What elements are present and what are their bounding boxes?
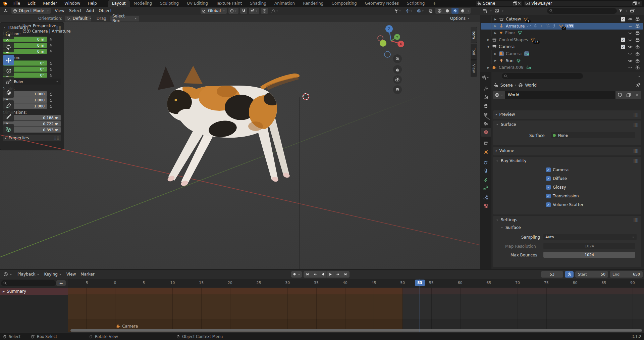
editor-type-3d-icon[interactable] (2, 8, 9, 14)
eye-open-icon[interactable] (628, 44, 633, 49)
menu-file[interactable]: File (10, 1, 24, 6)
eye-open-icon[interactable] (628, 58, 633, 63)
outliner-item-name[interactable]: Floor (505, 31, 515, 35)
workspace-tab-geometry-nodes[interactable]: Geometry Nodes (361, 0, 403, 7)
outliner-row-floor[interactable]: ▶Floor (480, 30, 644, 36)
timeline-menu-marker[interactable]: Marker (78, 272, 97, 277)
timeline-plot-area[interactable]: Camera (68, 288, 644, 333)
mode-dropdown[interactable]: Object Mode (11, 8, 51, 14)
editor-type-timeline-icon[interactable] (2, 271, 9, 277)
tool-select-box-button[interactable] (3, 29, 14, 39)
timeline-scrollbar[interactable] (70, 329, 642, 332)
unlink-datablock-icon[interactable] (633, 91, 641, 99)
tool-transform-button[interactable] (3, 87, 14, 98)
sidebar-tab-item[interactable]: Item (471, 27, 477, 43)
properties-tab-world[interactable] (481, 128, 491, 137)
preview-range-toggle[interactable] (565, 271, 574, 278)
checkbox-icon[interactable]: ✓ (546, 202, 551, 207)
outliner-item-name[interactable]: Camera (499, 44, 515, 49)
collection-checkbox[interactable]: ✓ (621, 38, 625, 42)
pivot-point-dropdown[interactable] (228, 8, 238, 14)
eye-closed-icon[interactable] (628, 38, 633, 42)
previous-keyframe-button[interactable] (311, 271, 319, 278)
surface-panel[interactable]: Surface⣿⣿ Surface None (493, 120, 641, 145)
properties-tab-constraints[interactable] (480, 167, 491, 176)
ray-visibility-glossy[interactable]: ✓Glossy (546, 185, 566, 190)
jump-to-start-button[interactable] (304, 271, 311, 278)
properties-tab-data[interactable] (480, 176, 491, 184)
timeline-ruler[interactable]: -5051015202530354045505560657075808590 (68, 279, 644, 288)
disable-in-renders-icon[interactable] (635, 17, 640, 21)
tool-cursor-button[interactable] (3, 42, 14, 52)
snap-target-dropdown[interactable] (249, 8, 259, 14)
copy-datablock-icon[interactable] (624, 91, 633, 99)
eye-closed-icon[interactable] (628, 31, 633, 35)
ray-visibility-panel[interactable]: Ray Visibility⣿⣿ ✓Camera✓Diffuse✓Glossy✓… (493, 157, 641, 214)
properties-tab-render[interactable] (480, 93, 491, 102)
timeline-menu-view[interactable]: View (64, 272, 78, 277)
viewport-menu-view[interactable]: View (53, 8, 67, 13)
collection-checkbox[interactable]: ✓ (621, 17, 625, 21)
outliner-item-name[interactable]: ControlShapes (499, 38, 528, 42)
sampling-dropdown[interactable]: Auto (543, 234, 637, 240)
new-collection-icon[interactable] (629, 8, 636, 14)
map-resolution-field[interactable]: 1024 (543, 243, 635, 249)
scene-selector[interactable]: Scene (476, 1, 522, 6)
viewlayer-selector[interactable]: ViewLayer (524, 1, 642, 6)
properties-tab-object[interactable] (480, 147, 491, 156)
pan-button[interactable] (393, 65, 402, 74)
outliner-row-camera[interactable]: ▼Camera✓ (480, 43, 644, 50)
outliner-item-name[interactable]: Armature (506, 24, 525, 29)
proportional-edit-toggle[interactable] (261, 8, 268, 14)
surface-value-field[interactable]: None (551, 132, 635, 138)
show-gizmo-dropdown[interactable] (393, 8, 403, 14)
settings-panel[interactable]: Settings⣿⣿ Surface Sampling Auto Map Res… (493, 216, 641, 267)
disable-in-renders-icon[interactable] (635, 31, 640, 35)
remove-viewlayer-icon[interactable] (637, 1, 641, 5)
properties-filter-dropdown[interactable] (636, 73, 642, 79)
properties-tab-physics[interactable] (480, 158, 491, 167)
play-reverse-button[interactable] (319, 271, 326, 278)
disable-in-renders-icon[interactable] (635, 58, 640, 63)
expand-channels-button[interactable]: ↔ (56, 280, 66, 286)
workspace-tab-compositing[interactable]: Compositing (327, 0, 361, 7)
workspace-tab-texture-paint[interactable]: Texture Paint (212, 0, 246, 7)
options-dropdown[interactable]: Options (450, 16, 470, 21)
pin-icon[interactable] (636, 82, 641, 87)
sidebar-tab-view[interactable]: View (471, 60, 477, 77)
outliner-row-camera-008[interactable]: ▶Camera.008 (480, 64, 644, 71)
auto-keying-toggle[interactable] (291, 271, 302, 278)
outliner-row-catnew[interactable]: ▶Catnew7✓ (480, 16, 644, 22)
expand-arrow[interactable]: ▶ (494, 32, 498, 35)
outliner-item-name[interactable]: Sun (506, 58, 514, 63)
expand-arrow[interactable]: ▶ (487, 38, 491, 41)
ray-visibility-diffuse[interactable]: ✓Diffuse (546, 176, 567, 181)
zoom-button[interactable] (393, 54, 402, 63)
xray-toggle[interactable] (427, 8, 434, 14)
tool-add-cube-button[interactable] (3, 124, 14, 135)
ray-visibility-camera[interactable]: ✓Camera (546, 167, 569, 172)
fake-user-shield-icon[interactable] (615, 91, 624, 99)
breadcrumb-world[interactable]: World (525, 83, 536, 88)
properties-tab-bone-constraint[interactable] (480, 193, 491, 202)
ray-visibility-transmission[interactable]: ✓Transmission (546, 194, 579, 198)
volume-panel[interactable]: ▸Volume⣿⣿ (493, 147, 641, 155)
add-workspace-tab[interactable]: + (429, 0, 440, 7)
expand-arrow[interactable]: ▶ (494, 18, 498, 21)
ray-visibility-volume-scatter[interactable]: ✓Volume Scatter (546, 202, 584, 207)
disable-in-renders-icon[interactable] (635, 24, 640, 29)
tool-scale-button[interactable] (3, 77, 14, 87)
tool-annotate-button[interactable] (3, 100, 14, 111)
eye-closed-icon[interactable] (628, 24, 633, 29)
overlays-toggle[interactable] (416, 8, 426, 14)
workspace-tab-animation[interactable]: Animation (270, 0, 299, 7)
expand-arrow[interactable]: ▶ (494, 59, 498, 62)
workspace-tab-modeling[interactable]: Modeling (130, 0, 156, 7)
menu-render[interactable]: Render (39, 1, 61, 6)
tool-rotate-button[interactable] (3, 66, 14, 76)
snap-toggle[interactable] (240, 8, 247, 14)
properties-tab-output[interactable] (480, 102, 491, 110)
tool-measure-button[interactable] (3, 111, 14, 122)
world-name-field[interactable]: World (505, 91, 615, 99)
editor-type-properties-dropdown[interactable] (480, 73, 491, 82)
